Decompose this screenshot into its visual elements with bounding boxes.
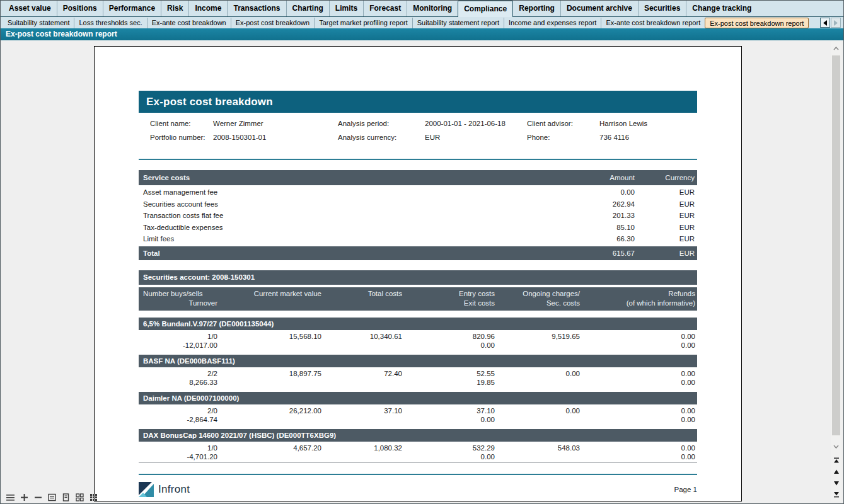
cell: 0.00 [582,341,697,350]
positions-column-header: Number buys/sells Current market value T… [139,287,697,311]
tab-scroll-controls [820,18,841,28]
fee-label: Securities account fees [139,198,524,210]
tab-risk[interactable]: Risk [161,1,188,16]
brand-logo: Infront [139,482,190,497]
col-entry-costs: Entry costs [404,289,497,299]
total-label: Total [139,246,524,260]
cell [219,341,323,350]
tab-suitability-statement[interactable]: Suitability statement [3,18,74,28]
tab-target-market-profiling-report[interactable]: Target market profiling report [314,18,412,28]
cell: 15,568.10 [219,332,323,341]
app-window: Asset value Positions Performance Risk I… [0,0,844,504]
cell: 548.03 [497,444,582,452]
cell: 52.55 [404,369,497,378]
tab-reporting[interactable]: Reporting [513,1,560,16]
cell: 0.00 [582,444,697,452]
cell: 10,340.61 [323,332,404,341]
cell: 0.00 [582,415,697,424]
two-page-view-icon[interactable] [76,493,84,501]
report-viewer: Ex-post cost breakdown Client name: Wern… [1,40,843,503]
viewer-toolbar [6,493,98,501]
report-page: Ex-post cost breakdown Client name: Wern… [94,46,742,501]
analysis-period-label: Analysis period: [338,119,425,128]
scrollbar-thumb[interactable] [832,55,840,435]
scroll-down-icon[interactable] [831,442,841,452]
tab-positions[interactable]: Positions [57,1,103,16]
cell: 0.00 [404,452,497,461]
cell: 0.00 [497,369,582,378]
cell: 8,266.33 [139,378,219,387]
vertical-scrollbar[interactable] [831,42,841,501]
thumbnail-view-icon[interactable] [90,493,98,501]
analysis-currency-value: EUR [425,133,527,142]
tab-charting[interactable]: Charting [286,1,329,16]
first-page-icon[interactable] [831,456,841,465]
table-row: Securities account fees 262.94 EUR [139,198,697,210]
tab-performance[interactable]: Performance [103,1,161,16]
currency-column-header: Currency [637,170,697,185]
cell [497,378,582,387]
infront-logo-icon [139,482,154,497]
table-row: Limit fees 66.30 EUR [139,233,697,245]
fee-amount: 201.33 [524,210,637,222]
cell: 26,212.00 [219,406,323,415]
menu-icon[interactable] [6,493,14,501]
tab-loss-thresholds-sec[interactable]: Loss thresholds sec. [74,18,146,28]
table-row: Transaction costs flat fee 201.33 EUR [139,210,697,222]
cell [323,341,404,350]
cell: 9,519.65 [497,332,582,341]
tab-income[interactable]: Income [188,1,227,16]
fit-page-icon[interactable] [62,493,70,501]
client-info-block: Client name: Werner Zimmer Analysis peri… [139,119,697,142]
previous-page-icon[interactable] [831,467,841,476]
cell: 37.10 [323,406,404,415]
cell: 19.85 [404,378,497,387]
cell: 1/0 [139,444,219,452]
tab-scroll-left-icon[interactable] [820,18,830,28]
analysis-period-value: 2000-01-01 - 2021-06-18 [425,119,527,128]
total-amount: 615.67 [524,246,637,260]
service-costs-body: Asset management fee 0.00 EUR Securities… [139,186,697,245]
security-name-banner: DAX BonusCap 14600 2021/07 (HSBC) (DE000… [139,429,697,442]
fee-currency: EUR [637,233,697,245]
tab-compliance[interactable]: Compliance [458,1,513,17]
tab-forecast[interactable]: Forecast [363,1,407,16]
tab-suitability-statement-report[interactable]: Suitability statement report [412,18,504,28]
security-section: 6,5% Bundanl.V.97/27 (DE0001135044) 1/0 … [139,318,697,351]
zoom-in-icon[interactable] [20,493,28,501]
next-page-icon[interactable] [831,479,841,488]
tab-monitoring[interactable]: Monitoring [407,1,458,16]
service-costs-header: Service costs Amount Currency [139,170,697,185]
tab-limits[interactable]: Limits [329,1,363,16]
scroll-up-icon[interactable] [831,43,841,54]
cell: 0.00 [582,369,697,378]
col-ongoing-charges: Ongoing charges/ [497,289,582,299]
fee-label: Asset management fee [139,186,524,198]
tab-scroll-right-icon[interactable] [831,18,841,28]
cell: 18,897.75 [219,369,323,378]
cell [323,378,404,387]
tab-income-and-expenses-report[interactable]: Income and expenses report [504,18,601,28]
tab-transactions[interactable]: Transactions [227,1,286,16]
security-section: DAX BonusCap 14600 2021/07 (HSBC) (DE000… [139,429,697,463]
tab-ex-post-cost-breakdown-report[interactable]: Ex-post cost breakdown report [705,18,809,28]
tab-asset-value[interactable]: Asset value [3,1,57,16]
tab-ex-ante-cost-breakdown-report[interactable]: Ex-ante cost breakdown report [601,18,705,28]
tab-securities[interactable]: Securities [638,1,686,16]
tab-ex-post-cost-breakdown[interactable]: Ex-post cost breakdown [231,18,314,28]
last-page-icon[interactable] [831,490,841,499]
cell [323,415,404,424]
report-footer: Infront Page 1 [139,482,697,497]
tab-change-tracking[interactable]: Change tracking [686,1,757,16]
col-total-costs: Total costs [323,289,404,299]
cell: 72.40 [323,369,404,378]
service-costs-title: Service costs [139,170,524,185]
zoom-out-icon[interactable] [34,493,42,501]
security-section: Daimler NA (DE0007100000) 2/0 26,212.00 … [139,392,697,425]
tab-ex-ante-cost-breakdown[interactable]: Ex-ante cost breakdown [147,18,231,28]
col-turnover: Turnover [139,299,219,308]
fit-width-icon[interactable] [48,493,56,501]
tab-document-archive[interactable]: Document archive [560,1,638,16]
security-rows: 1/0 15,568.10 10,340.61 820.96 9,519.65 … [139,331,697,351]
security-rows: 2/0 26,212.00 37.10 37.10 0.00 0.00 -2,8… [139,406,697,425]
